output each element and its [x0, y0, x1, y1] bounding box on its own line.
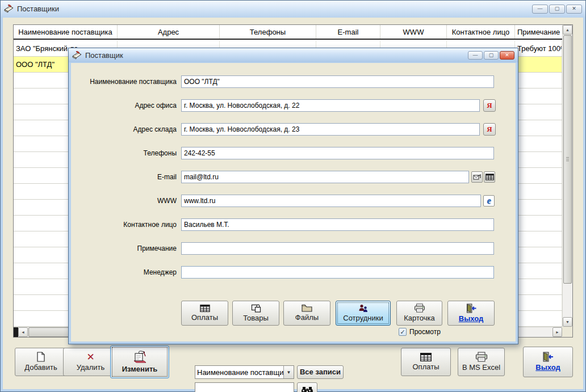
field-row-office-address: Адрес офиса Я: [71, 99, 516, 112]
scroll-down-button[interactable]: ▼: [563, 317, 572, 327]
scroll-right-button[interactable]: ►: [552, 327, 562, 337]
dialog-close-button[interactable]: ✕: [500, 51, 514, 60]
all-records-button[interactable]: Все записи: [297, 365, 344, 379]
column-header-phones[interactable]: Телефоны: [220, 25, 316, 39]
column-header-name[interactable]: Наименование поставщика: [14, 25, 118, 39]
email-input[interactable]: [181, 171, 469, 183]
dropdown-arrow-icon[interactable]: ▼: [283, 366, 294, 378]
warehouse-address-input[interactable]: [181, 123, 480, 136]
vertical-scrollbar[interactable]: ▲ ▼: [562, 25, 572, 327]
preview-checkbox-label: Просмотр: [409, 328, 441, 336]
add-button[interactable]: Добавить: [15, 348, 67, 376]
scroll-left-button[interactable]: ◄: [18, 327, 28, 337]
note-input[interactable]: [181, 242, 494, 255]
vertical-scroll-thumb[interactable]: [563, 35, 572, 284]
cell-empty: [515, 73, 562, 88]
cell-empty: [515, 88, 562, 104]
dialog-payments-label: Оплаты: [191, 314, 218, 322]
www-input[interactable]: [181, 195, 481, 207]
dialog-payments-button[interactable]: Оплаты: [181, 301, 228, 326]
field-row-www: WWW e: [71, 195, 516, 207]
office-address-map-button[interactable]: Я: [483, 99, 496, 112]
office-address-label: Адрес офиса: [71, 102, 177, 109]
contact-person-input[interactable]: [181, 218, 494, 231]
phones-label: Телефоны: [71, 149, 177, 157]
dialog-minimize-button[interactable]: —: [468, 51, 483, 60]
column-header-contact[interactable]: Контактное лицо: [447, 25, 515, 39]
send-email-button[interactable]: [471, 171, 483, 183]
supplier-dialog-titlebar[interactable]: Поставщик — ▢ ✕: [69, 48, 518, 62]
office-address-input[interactable]: [181, 99, 480, 112]
all-records-label: Все записи: [300, 368, 341, 376]
open-website-button[interactable]: e: [483, 195, 495, 206]
minimize-button[interactable]: —: [532, 5, 548, 14]
suppliers-window-icon: [4, 5, 14, 13]
dialog-exit-button[interactable]: Выход: [447, 301, 495, 326]
field-row-email: E-mail: [71, 171, 516, 183]
payments-button-label: Оплаты: [413, 363, 440, 371]
dialog-files-label: Файлы: [295, 314, 319, 322]
exit-door-icon: [466, 304, 477, 313]
field-row-phones: Телефоны: [71, 147, 516, 159]
goods-boxes-icon: [251, 304, 261, 313]
payments-table-icon: [200, 305, 210, 312]
column-header-address[interactable]: Адрес: [118, 25, 220, 39]
cell-note: Требуют 100%: [515, 41, 562, 56]
cell-empty: [515, 263, 562, 279]
www-label: WWW: [71, 197, 177, 205]
search-button[interactable]: [297, 382, 317, 392]
email-table-icon: [485, 174, 494, 180]
warehouse-address-map-button[interactable]: Я: [483, 123, 496, 136]
contact-person-label: Контактное лицо: [71, 221, 177, 229]
filter-field-dropdown[interactable]: Наименование поставщика ▼: [195, 365, 294, 379]
column-split-handle[interactable]: [14, 327, 18, 337]
close-button[interactable]: ✕: [566, 5, 582, 14]
yandex-icon: Я: [487, 101, 492, 110]
edit-record-icon: [132, 350, 147, 364]
add-button-label: Добавить: [24, 364, 57, 372]
new-document-icon: [36, 352, 45, 362]
scroll-up-button[interactable]: ▲: [563, 25, 572, 35]
maximize-button[interactable]: ▢: [549, 5, 565, 14]
employees-icon: [358, 304, 369, 313]
field-row-contact: Контактное лицо: [71, 218, 516, 231]
column-header-note[interactable]: Примечание: [515, 25, 562, 39]
exit-button[interactable]: Выход: [523, 347, 573, 377]
cell-empty: [515, 311, 562, 326]
delete-button-label: Удалить: [77, 364, 105, 372]
warehouse-address-label: Адрес склада: [71, 125, 177, 133]
manager-input[interactable]: [181, 266, 494, 279]
folder-icon: [302, 304, 312, 312]
preview-checkbox[interactable]: ✓: [399, 328, 407, 336]
payments-table-icon: [420, 353, 432, 361]
exit-button-label: Выход: [535, 364, 560, 372]
edit-button[interactable]: Изменить: [110, 345, 169, 378]
column-header-email[interactable]: E-mail: [316, 25, 380, 39]
excel-button[interactable]: В MS Excel: [458, 348, 505, 376]
cell-empty: [515, 152, 562, 167]
cell-empty: [515, 216, 562, 231]
dialog-goods-button[interactable]: Товары: [232, 301, 279, 326]
yandex-icon: Я: [487, 125, 492, 134]
suppliers-titlebar[interactable]: Поставщики — ▢ ✕: [1, 1, 585, 17]
dialog-files-button[interactable]: Файлы: [283, 301, 330, 326]
dialog-employees-button[interactable]: Сотрудники: [336, 301, 391, 326]
filter-field-value: Наименование поставщика: [195, 368, 283, 377]
column-header-www[interactable]: WWW: [380, 25, 447, 39]
cell-empty: [515, 136, 562, 151]
dialog-card-button[interactable]: Карточка: [396, 301, 442, 326]
manager-label: Менеджер: [71, 268, 177, 276]
send-email-icon: [473, 174, 481, 181]
delete-x-icon: ✕: [86, 352, 94, 362]
scrollbar-corner: [562, 327, 572, 337]
printer-icon: [414, 304, 425, 313]
supplier-name-input[interactable]: [181, 75, 494, 88]
payments-button[interactable]: Оплаты: [401, 348, 451, 376]
dialog-maximize-button[interactable]: ▢: [484, 51, 499, 60]
search-input[interactable]: [195, 382, 294, 392]
cell-empty: [515, 295, 562, 310]
email-table-button[interactable]: [484, 171, 495, 183]
phones-input[interactable]: [181, 147, 494, 159]
exit-door-icon: [542, 352, 554, 362]
cell-empty: [515, 231, 562, 247]
